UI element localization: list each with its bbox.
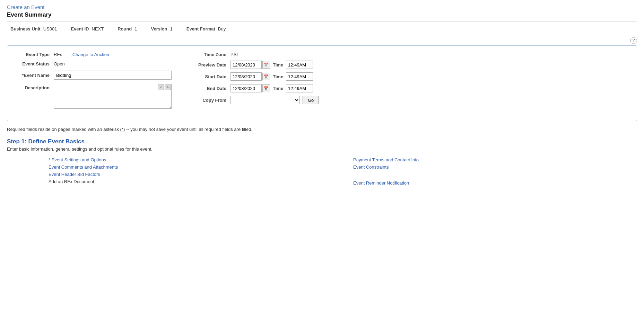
round-field: Round 1: [118, 26, 137, 32]
event-type-label: Event Type: [16, 52, 54, 57]
end-date-calendar-icon[interactable]: 📅: [262, 84, 270, 92]
timezone-label: Time Zone: [192, 52, 230, 57]
event-id-label: Event ID: [71, 26, 89, 32]
round-label: Round: [118, 26, 132, 32]
event-id-field: Event ID NEXT: [71, 26, 104, 32]
preview-date-calendar-icon[interactable]: 📅: [262, 61, 270, 69]
version-value: 1: [170, 26, 172, 32]
link-event-settings[interactable]: * Event Settings and Options: [49, 157, 332, 162]
copy-from-label: Copy From: [192, 98, 230, 103]
event-name-label: *Event Name: [16, 73, 54, 78]
link-event-reminder[interactable]: Event Reminder Notification: [353, 180, 637, 186]
step1-links: * Event Settings and Options Event Comme…: [7, 157, 637, 186]
timezone-value: PST: [230, 52, 239, 57]
version-label: Version: [151, 26, 167, 32]
start-date-input[interactable]: [230, 72, 262, 81]
change-to-auction-link[interactable]: Change to Auction: [72, 52, 109, 57]
start-date-row: Start Date 📅 Time: [192, 72, 628, 81]
copy-from-row: Copy From Go: [192, 96, 628, 104]
start-date-label: Start Date: [192, 74, 230, 79]
event-format-label: Event Format: [186, 26, 215, 32]
help-icon[interactable]: ?: [630, 37, 637, 44]
description-row: Description ⤢ ✎: [16, 84, 172, 110]
spacer: [353, 172, 637, 178]
form-left: Event Type RFx Change to Auction Event S…: [16, 52, 172, 114]
event-status-label: Event Status: [16, 61, 54, 66]
step1-description: Enter basic information, general setting…: [7, 146, 637, 152]
end-date-input[interactable]: [230, 84, 262, 92]
links-left: * Event Settings and Options Event Comme…: [7, 157, 332, 186]
business-unit-field: Business Unit US001: [10, 26, 57, 32]
event-format-value: Buy: [218, 26, 226, 32]
link-event-comments[interactable]: Event Comments and Attachments: [49, 164, 332, 170]
event-name-input[interactable]: [54, 71, 172, 80]
description-wrapper: ⤢ ✎: [54, 84, 172, 110]
description-label: Description: [16, 84, 54, 90]
timezone-row: Time Zone PST: [192, 52, 628, 57]
event-id-value: NEXT: [92, 26, 104, 32]
end-date-label: End Date: [192, 86, 230, 91]
event-format-field: Event Format Buy: [186, 26, 226, 32]
expand-icon[interactable]: ⤢: [158, 84, 164, 90]
description-input[interactable]: [54, 84, 172, 109]
end-date-row: End Date 📅 Time: [192, 84, 628, 92]
form-right: Time Zone PST Preview Date 📅 Time Start …: [185, 52, 628, 114]
event-status-row: Event Status Open: [16, 61, 172, 66]
copy-from-select[interactable]: [230, 96, 300, 104]
business-unit-label: Business Unit: [10, 26, 41, 32]
preview-date-row: Preview Date 📅 Time: [192, 61, 628, 69]
preview-date-input[interactable]: [230, 61, 262, 69]
link-event-header-bid-factors[interactable]: Event Header Bid Factors: [49, 172, 332, 177]
end-time-input[interactable]: [286, 84, 313, 92]
start-time-input[interactable]: [286, 72, 313, 81]
event-type-row: Event Type RFx Change to Auction: [16, 52, 172, 57]
end-time-label: Time: [270, 86, 286, 91]
version-field: Version 1: [151, 26, 173, 32]
description-icons: ⤢ ✎: [158, 84, 171, 90]
event-status-value: Open: [54, 61, 65, 66]
link-event-constraints[interactable]: Event Constraints: [353, 164, 637, 170]
round-value: 1: [134, 26, 137, 32]
required-note: Required fields reside on pages marked w…: [7, 127, 637, 132]
meta-row: Business Unit US001 Event ID NEXT Round …: [7, 26, 637, 32]
link-add-rfx-document: Add an RFx Document: [49, 179, 332, 184]
event-name-row: *Event Name: [16, 71, 172, 80]
breadcrumb: Create an Event: [7, 4, 637, 10]
start-date-calendar-icon[interactable]: 📅: [262, 73, 270, 80]
preview-date-label: Preview Date: [192, 62, 230, 68]
go-button[interactable]: Go: [303, 96, 319, 104]
step1-section: Step 1: Define Event Basics Enter basic …: [7, 138, 637, 186]
links-right: Payment Terms and Contact Info Event Con…: [332, 157, 637, 186]
event-form: Event Type RFx Change to Auction Event S…: [7, 45, 637, 121]
preview-time-input[interactable]: [286, 61, 313, 69]
preview-time-label: Time: [270, 62, 286, 68]
event-type-value: RFx: [54, 52, 62, 57]
edit-icon[interactable]: ✎: [165, 84, 171, 90]
link-payment-terms[interactable]: Payment Terms and Contact Info: [353, 157, 637, 162]
business-unit-value: US001: [43, 26, 57, 32]
step1-heading: Step 1: Define Event Basics: [7, 138, 637, 145]
start-time-label: Time: [270, 74, 286, 79]
page-title: Event Summary: [7, 11, 637, 21]
